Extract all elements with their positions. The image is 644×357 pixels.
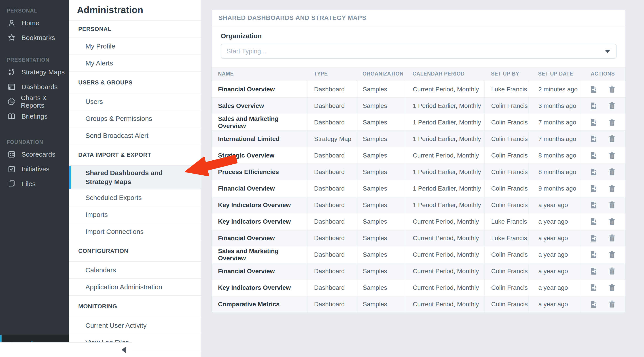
- sidebar-item-files[interactable]: Files: [0, 176, 69, 191]
- delete-icon[interactable]: [608, 267, 616, 276]
- cell-organization: Samples: [357, 296, 405, 313]
- delete-icon[interactable]: [608, 201, 616, 209]
- admin-item-current-user-activity[interactable]: Current User Activity: [69, 317, 201, 334]
- admin-item-label: Application Administration: [86, 283, 162, 291]
- sidebar-item-bookmarks[interactable]: Bookmarks: [0, 30, 69, 45]
- cell-actions: [580, 280, 626, 296]
- delete-icon[interactable]: [608, 234, 616, 242]
- panel-collapse-icon[interactable]: [122, 347, 126, 353]
- export-icon[interactable]: [590, 250, 598, 259]
- admin-item-shared-dashboards-and-strategy-maps[interactable]: Shared Dashboards and Strategy Maps: [69, 166, 201, 189]
- sidebar-item-label: Initiatives: [22, 165, 50, 173]
- admin-item-label: Shared Dashboards and Strategy Maps: [86, 168, 186, 187]
- delete-icon[interactable]: [608, 250, 616, 259]
- cell-name: Key Indicators Overview: [212, 197, 307, 213]
- admin-item-my-alerts[interactable]: My Alerts: [69, 55, 201, 72]
- sidebar-item-strategy-maps[interactable]: Strategy Maps: [0, 65, 69, 79]
- cell-organization: Samples: [357, 81, 405, 97]
- export-icon[interactable]: [590, 85, 598, 94]
- sidebar-item-label: Briefings: [22, 113, 48, 120]
- organization-label: Organization: [221, 32, 616, 40]
- chevron-down-icon[interactable]: [605, 50, 610, 53]
- admin-item-groups-permissions[interactable]: Groups & Permissions: [69, 110, 201, 127]
- delete-icon[interactable]: [608, 102, 616, 110]
- cell-set-up-date: a year ago: [528, 296, 580, 313]
- admin-item-label: Imports: [86, 211, 108, 219]
- export-icon[interactable]: [590, 300, 598, 309]
- sidebar-group: PRESENTATIONStrategy MapsDashboardsChart…: [0, 55, 69, 124]
- admin-item-my-profile[interactable]: My Profile: [69, 38, 201, 55]
- sidebar-item-charts-reports[interactable]: Charts & Reports: [0, 94, 69, 109]
- admin-item-label: Groups & Permissions: [86, 115, 152, 122]
- export-icon[interactable]: [590, 118, 598, 127]
- files-icon: [7, 179, 16, 189]
- sidebar-item-dashboards[interactable]: Dashboards: [0, 79, 69, 94]
- sidebar-item-home[interactable]: Home: [0, 16, 69, 30]
- cell-organization: Samples: [357, 98, 405, 114]
- cell-actions: [580, 197, 626, 213]
- export-icon[interactable]: [590, 102, 598, 110]
- cell-set-up-by: Colin Francis: [484, 246, 529, 263]
- sidebar-item-label: Strategy Maps: [22, 68, 64, 76]
- delete-icon[interactable]: [608, 118, 616, 127]
- export-icon[interactable]: [590, 151, 598, 160]
- sidebar-item-scorecards[interactable]: Scorecards: [0, 147, 69, 162]
- cell-type: Dashboard: [307, 230, 357, 246]
- briefings-icon: [7, 111, 16, 121]
- cell-set-up-by: Luke Francis: [484, 81, 529, 97]
- administration-panel: Administration PERSONALMy ProfileMy Aler…: [69, 0, 201, 357]
- export-icon[interactable]: [590, 234, 598, 242]
- delete-icon[interactable]: [608, 168, 616, 176]
- cell-organization: Samples: [357, 131, 405, 147]
- admin-section-label: USERS & GROUPS: [69, 72, 201, 93]
- cell-set-up-by: Colin Francis: [484, 180, 529, 197]
- cell-name: Financial Overview: [212, 180, 307, 197]
- cell-type: Dashboard: [307, 197, 357, 213]
- export-icon[interactable]: [590, 184, 598, 193]
- cell-set-up-date: 3 months ago: [528, 98, 580, 114]
- bookmarks-icon: [7, 33, 16, 43]
- table-row: Financial OverviewDashboardSamplesCurren…: [212, 230, 626, 246]
- admin-item-scheduled-exports[interactable]: Scheduled Exports: [69, 189, 201, 206]
- cell-type: Dashboard: [307, 180, 357, 197]
- admin-section-label: DATA IMPORT & EXPORT: [69, 144, 201, 166]
- export-icon[interactable]: [590, 267, 598, 276]
- cell-name: Financial Overview: [212, 263, 307, 279]
- sidebar-group-label: FOUNDATION: [0, 137, 69, 147]
- export-icon[interactable]: [590, 201, 598, 209]
- cell-set-up-by: Colin Francis: [484, 164, 529, 180]
- sidebar-item-initiatives[interactable]: Initiatives: [0, 162, 69, 176]
- export-icon[interactable]: [590, 135, 598, 143]
- cell-set-up-by: Luke Francis: [484, 230, 529, 246]
- admin-item-calendars[interactable]: Calendars: [69, 262, 201, 279]
- delete-icon[interactable]: [608, 217, 616, 226]
- table-row: Key Indicators OverviewDashboardSamplesC…: [212, 280, 626, 296]
- export-icon[interactable]: [590, 168, 598, 176]
- cell-type: Dashboard: [307, 246, 357, 263]
- admin-item-import-connections[interactable]: Import Connections: [69, 223, 201, 240]
- cell-actions: [580, 81, 626, 97]
- cell-actions: [580, 296, 626, 313]
- cell-calendar-period: Current Period, Monthly: [405, 296, 484, 313]
- admin-item-send-broadcast-alert[interactable]: Send Broadcast Alert: [69, 127, 201, 144]
- table-row: International LimitedStrategy MapSamples…: [212, 131, 626, 147]
- admin-item-application-administration[interactable]: Application Administration: [69, 279, 201, 296]
- organization-input[interactable]: [221, 44, 616, 58]
- cell-set-up-date: 9 months ago: [528, 180, 580, 197]
- cell-name: Sales and Marketing Overview: [212, 246, 307, 263]
- delete-icon[interactable]: [608, 300, 616, 309]
- cell-calendar-period: 1 Period Earlier, Monthly: [405, 164, 484, 180]
- cell-set-up-date: a year ago: [528, 246, 580, 263]
- sidebar-item-briefings[interactable]: Briefings: [0, 109, 69, 124]
- delete-icon[interactable]: [608, 284, 616, 292]
- delete-icon[interactable]: [608, 135, 616, 143]
- admin-item-users[interactable]: Users: [69, 93, 201, 110]
- delete-icon[interactable]: [608, 184, 616, 193]
- export-icon[interactable]: [590, 284, 598, 292]
- delete-icon[interactable]: [608, 85, 616, 94]
- admin-item-imports[interactable]: Imports: [69, 206, 201, 223]
- cell-set-up-date: a year ago: [528, 263, 580, 279]
- scorecards-icon: [7, 149, 16, 159]
- delete-icon[interactable]: [608, 151, 616, 160]
- export-icon[interactable]: [590, 217, 598, 226]
